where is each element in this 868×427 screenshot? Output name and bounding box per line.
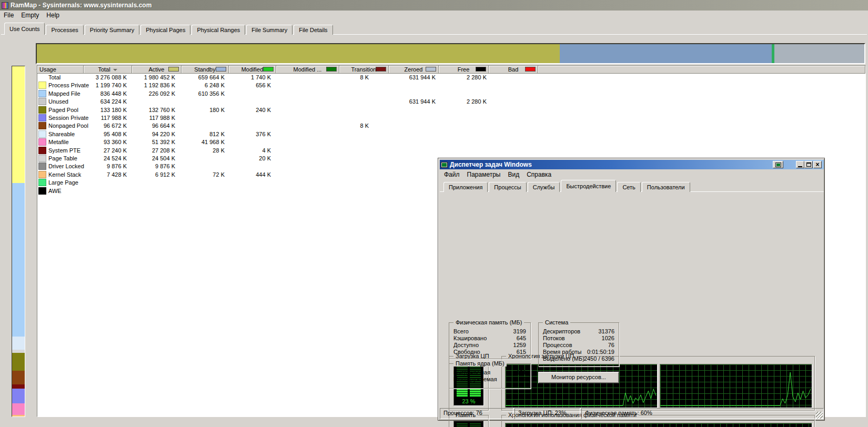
row-color-swatch	[38, 90, 46, 97]
row-cell-standby: 659 664 K	[181, 74, 225, 80]
tab-быстродействие[interactable]: Быстродействие	[561, 180, 616, 192]
column-header-standby[interactable]: Standby	[181, 66, 229, 74]
column-label: Zeroed	[405, 66, 423, 73]
tab-приложения[interactable]: Приложения	[443, 182, 488, 192]
tab-службы[interactable]: Службы	[528, 182, 560, 192]
row-cell-active: 51 392 K	[132, 139, 175, 145]
row-cell-total: 96 672 K	[84, 123, 127, 129]
menu-справка[interactable]: Справка	[523, 170, 555, 179]
column-color-swatch	[216, 67, 226, 72]
row-cell-active: 9 876 K	[132, 163, 175, 169]
rammap-menubar: FileEmptyHelp	[0, 11, 868, 20]
tab-процессы[interactable]: Процессы	[489, 182, 526, 192]
info-row: Выделено (МБ)2450 / 6396	[539, 355, 619, 362]
row-cell-modified: 444 K	[229, 171, 271, 178]
row-usage-label: System PTE	[48, 147, 80, 154]
tab-file-details[interactable]: File Details	[294, 25, 332, 35]
info-value: 44	[520, 376, 526, 382]
resource-monitor-button[interactable]: Монитор ресурсов...	[538, 372, 619, 383]
table-row-total[interactable]: Total3 276 088 K1 980 452 K659 664 K1 74…	[37, 74, 563, 82]
layout-segment-shareable	[12, 337, 25, 350]
column-header-bad[interactable]: Bad	[489, 66, 538, 74]
column-label: Transition	[351, 66, 377, 73]
tab-file-summary[interactable]: File Summary	[246, 25, 292, 35]
close-button[interactable]: ×	[813, 161, 822, 168]
cpu-history-chart-core2	[660, 364, 812, 408]
taskmgr-titlebar[interactable]: Диспетчер задач Windows ×	[440, 160, 824, 169]
row-cell-modified: 376 K	[229, 131, 271, 137]
table-row-paged-pool[interactable]: Paged Pool133 180 K132 760 K180 K240 K	[37, 106, 563, 114]
column-header-free[interactable]: Free	[439, 66, 489, 74]
taskmgr-app-icon	[441, 162, 448, 168]
column-header-usage[interactable]: Usage	[37, 66, 84, 74]
info-label: Доступно	[453, 342, 479, 348]
layout-segment-metafile	[12, 403, 25, 415]
table-row-process-private[interactable]: Process Private1 199 740 K1 192 836 K6 2…	[37, 82, 563, 89]
column-header-total[interactable]: Total	[84, 66, 132, 74]
tab-priority-summary[interactable]: Priority Summary	[85, 25, 139, 35]
info-label: Выгружаемая	[453, 369, 490, 375]
memory-history-chart	[505, 423, 812, 427]
row-usage-label: Nonpaged Pool	[48, 123, 88, 129]
info-label: Время работы	[543, 349, 582, 355]
info-label: Выделено (МБ)	[543, 355, 584, 362]
row-usage-label: Session Private	[48, 115, 88, 121]
row-cell-standby: 28 K	[181, 147, 225, 154]
column-color-swatch	[525, 67, 536, 72]
menu-файл[interactable]: Файл	[440, 170, 463, 179]
row-cell-modified: 4 K	[229, 147, 271, 154]
column-color-swatch	[263, 67, 274, 72]
table-row-session-private[interactable]: Session Private117 988 K117 988 K	[37, 114, 563, 122]
menu-параметры[interactable]: Параметры	[463, 170, 504, 179]
layout-segment-unused	[12, 350, 25, 353]
row-cell-total: 3 276 088 K	[84, 74, 127, 80]
column-label: Total	[98, 66, 110, 73]
info-value: 31376	[598, 328, 614, 334]
column-label: Standby	[194, 66, 215, 73]
summary-segment-active	[37, 44, 560, 63]
row-cell-total: 117 988 K	[84, 115, 127, 121]
row-color-swatch	[38, 98, 46, 105]
row-usage-label: Shareable	[48, 131, 75, 137]
column-header-modified-[interactable]: Modified ...	[276, 66, 339, 74]
table-row-unused[interactable]: Unused634 224 K631 944 K2 280 K	[37, 98, 563, 106]
taskmgr-menubar: ФайлПараметрыВидСправка	[440, 170, 822, 179]
status-panel-2: Физическая память: 60%	[581, 408, 824, 419]
table-row-metafile[interactable]: Metafile93 360 K51 392 K41 968 K	[37, 138, 563, 146]
table-row-nonpaged-pool[interactable]: Nonpaged Pool96 672 K96 664 K8 K	[37, 122, 563, 130]
tab-physical-pages[interactable]: Physical Pages	[140, 25, 190, 35]
column-header-active[interactable]: Active	[132, 66, 181, 74]
table-row-system-pte[interactable]: System PTE27 240 K27 208 K28 K4 K	[37, 147, 563, 155]
column-header-zeroed[interactable]: Zeroed	[389, 66, 439, 74]
row-cell-standby: 610 356 K	[181, 90, 225, 97]
layout-segment-system-pte	[12, 384, 25, 389]
column-color-swatch	[168, 67, 179, 72]
physical-memory-group: Физическая память (МБ) Всего3199Кэширова…	[449, 322, 531, 359]
row-color-swatch	[38, 147, 46, 154]
titlebar-extra-button[interactable]	[773, 161, 783, 168]
tab-сеть[interactable]: Сеть	[617, 182, 640, 192]
column-color-swatch	[476, 67, 486, 72]
resize-grip[interactable]	[816, 412, 823, 419]
close-icon: ×	[815, 162, 819, 167]
table-row-shareable[interactable]: Shareable95 408 K94 220 K812 K376 K	[37, 130, 563, 138]
column-header-modified[interactable]: Modified	[229, 66, 276, 74]
menu-help[interactable]: Help	[43, 11, 63, 19]
tab-пользователи[interactable]: Пользователи	[642, 182, 690, 192]
menu-file[interactable]: File	[0, 11, 17, 19]
tab-use-counts[interactable]: Use Counts	[4, 23, 45, 35]
tab-processes[interactable]: Processes	[46, 25, 83, 35]
history-line	[660, 364, 812, 408]
table-row-mapped-file[interactable]: Mapped File836 448 K226 092 K610 356 K	[37, 90, 563, 98]
row-cell-total: 27 240 K	[84, 147, 127, 154]
maximize-button[interactable]	[804, 161, 813, 168]
column-header-transition[interactable]: Transition	[339, 66, 389, 74]
info-row: Невыгружаемая44	[449, 376, 530, 383]
info-value: 2450 / 6396	[584, 355, 614, 362]
tab-physical-ranges[interactable]: Physical Ranges	[191, 25, 245, 35]
row-cell-active: 6 912 K	[132, 171, 175, 178]
row-cell-active: 27 208 K	[132, 147, 175, 154]
menu-вид[interactable]: Вид	[504, 170, 523, 179]
minimize-button[interactable]	[796, 161, 804, 168]
menu-empty[interactable]: Empty	[17, 11, 43, 19]
